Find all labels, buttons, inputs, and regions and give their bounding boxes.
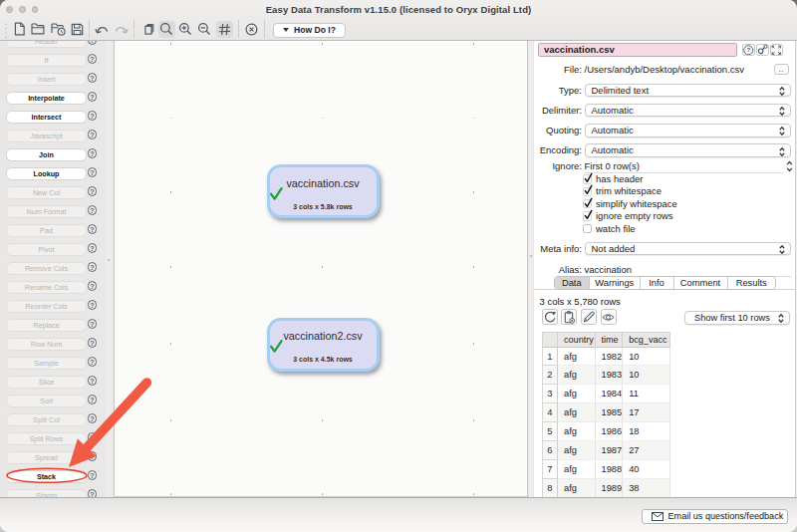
- transform-help-icon[interactable]: ?: [88, 186, 98, 196]
- transform-button-sort[interactable]: Sort: [6, 395, 87, 407]
- transform-help-icon[interactable]: ?: [88, 130, 98, 139]
- cancel-button[interactable]: [243, 21, 260, 38]
- ignore-value[interactable]: First 0 row(s): [585, 159, 640, 173]
- transform-help-icon[interactable]: ?: [88, 489, 98, 497]
- transform-button-stack[interactable]: Stack: [6, 470, 87, 483]
- transform-help-icon[interactable]: ?: [88, 224, 98, 234]
- transform-help-icon[interactable]: ?: [88, 413, 98, 423]
- tab-comment[interactable]: Comment: [674, 277, 728, 289]
- node-vaccination2-csv[interactable]: vaccination2.csv 3 cols x 4.5k rows: [267, 318, 380, 372]
- encoding-select[interactable]: Automatic: [585, 143, 792, 157]
- table-row[interactable]: 5afg198618: [542, 422, 669, 441]
- meta-info-select[interactable]: Not added: [585, 242, 792, 256]
- grid-button[interactable]: [216, 21, 233, 38]
- duplicate-button[interactable]: [139, 21, 156, 38]
- ignore-stepper[interactable]: [786, 160, 793, 172]
- transform-help-icon[interactable]: ?: [88, 111, 98, 121]
- column-header[interactable]: bcg_vacc: [623, 332, 670, 347]
- table-row[interactable]: 8afg198938: [542, 478, 669, 497]
- browse-file-button[interactable]: ..: [774, 64, 789, 76]
- zoom-in-button[interactable]: [176, 21, 193, 38]
- zoom-fit-button[interactable]: [158, 21, 175, 38]
- transform-button-interpolate[interactable]: Interpolate: [6, 92, 87, 105]
- help-button[interactable]: ?: [742, 44, 755, 57]
- transform-help-icon[interactable]: ?: [88, 281, 98, 291]
- transform-help-icon[interactable]: ?: [88, 432, 98, 442]
- expand-panel-button[interactable]: [770, 44, 783, 57]
- transform-button-spread[interactable]: Spread: [6, 451, 87, 464]
- refresh-button[interactable]: [542, 309, 558, 325]
- tab-info[interactable]: Info: [641, 277, 674, 289]
- table-row[interactable]: 7afg198840: [542, 459, 669, 478]
- tab-warnings[interactable]: Warnings: [590, 277, 641, 289]
- link-node-button[interactable]: [756, 44, 769, 57]
- transform-button-join[interactable]: Join: [6, 148, 87, 161]
- transform-help-icon[interactable]: ?: [88, 376, 98, 386]
- copy-table-button[interactable]: [561, 309, 577, 325]
- data-table[interactable]: countrytimebcg_vacc 1afg1982102afg198310…: [542, 332, 670, 498]
- transform-help-icon[interactable]: ?: [88, 205, 98, 215]
- transform-button-num-format[interactable]: Num Format: [6, 205, 87, 218]
- transform-help-icon[interactable]: ?: [88, 41, 98, 45]
- recent-files-button[interactable]: [50, 21, 67, 38]
- preview-table-button[interactable]: [601, 309, 617, 325]
- transform-button-stamp[interactable]: Stamp: [6, 489, 87, 497]
- delimiter-select[interactable]: Automatic: [585, 104, 792, 118]
- transform-button-intersect[interactable]: Intersect: [6, 111, 87, 124]
- transform-button-header[interactable]: Header: [6, 41, 87, 48]
- transform-help-icon[interactable]: ?: [88, 319, 98, 329]
- checkbox[interactable]: [583, 224, 592, 233]
- transform-button-insert[interactable]: Insert: [6, 73, 87, 86]
- transform-button-javascript[interactable]: Javascript: [6, 130, 87, 142]
- transform-button-if[interactable]: If: [6, 54, 87, 67]
- transform-button-rename-cols[interactable]: Rename Cols: [6, 281, 87, 294]
- transform-help-icon[interactable]: ?: [88, 92, 98, 102]
- redo-button[interactable]: [113, 21, 130, 38]
- column-header[interactable]: time: [595, 332, 623, 347]
- sidebar-splitter[interactable]: [104, 41, 114, 497]
- transform-button-sample[interactable]: Sample: [6, 357, 87, 370]
- quoting-select[interactable]: Automatic: [585, 124, 792, 137]
- item-name-field[interactable]: [538, 43, 737, 57]
- transform-button-split-col[interactable]: Split Col: [6, 413, 87, 426]
- table-row[interactable]: 4afg198517: [542, 403, 669, 422]
- how-do-i-button[interactable]: How Do I?: [273, 23, 346, 38]
- transform-button-new-col[interactable]: New Col: [6, 186, 87, 199]
- save-button[interactable]: [69, 21, 86, 38]
- transform-button-row-num[interactable]: Row Num: [6, 338, 87, 351]
- transform-help-icon[interactable]: ?: [88, 338, 98, 348]
- show-rows-select[interactable]: Show first 10 rows: [684, 311, 790, 325]
- tab-data[interactable]: Data: [555, 277, 591, 289]
- transform-help-icon[interactable]: ?: [88, 262, 98, 272]
- toolbar-drag-handle[interactable]: [5, 22, 7, 38]
- transform-help-icon[interactable]: ?: [88, 243, 98, 253]
- transform-help-icon[interactable]: ?: [88, 300, 98, 310]
- alias-value[interactable]: vaccination: [585, 263, 633, 277]
- type-select[interactable]: Delimited text: [585, 84, 792, 98]
- transform-help-icon[interactable]: ?: [88, 470, 98, 480]
- table-row[interactable]: 2afg198310: [542, 366, 669, 385]
- table-row[interactable]: 6afg198727: [542, 441, 669, 460]
- email-feedback-button[interactable]: Email us questions/feedback: [642, 509, 788, 524]
- column-header[interactable]: [542, 332, 558, 347]
- transform-help-icon[interactable]: ?: [88, 357, 98, 367]
- transform-button-reorder-cols[interactable]: Reorder Cols: [6, 300, 87, 313]
- column-header[interactable]: country: [558, 332, 596, 347]
- transform-help-icon[interactable]: ?: [88, 73, 98, 83]
- new-file-button[interactable]: [11, 21, 28, 38]
- transform-button-remove-cols[interactable]: Remove Cols: [6, 262, 87, 275]
- open-folder-button[interactable]: [30, 21, 47, 38]
- table-row[interactable]: 1afg198210: [542, 347, 669, 366]
- transform-button-pivot[interactable]: Pivot: [6, 243, 87, 256]
- transform-button-split-rows[interactable]: Split Rows: [6, 432, 87, 445]
- table-row[interactable]: 3afg198411: [542, 385, 669, 403]
- transform-help-icon[interactable]: ?: [88, 148, 98, 158]
- transform-button-lookup[interactable]: Lookup: [6, 167, 87, 180]
- undo-button[interactable]: [94, 21, 111, 38]
- tab-results[interactable]: Results: [728, 277, 776, 289]
- transform-help-icon[interactable]: ?: [88, 167, 98, 177]
- node-vaccination-csv[interactable]: vaccination.csv 3 cols x 5.8k rows: [267, 164, 380, 218]
- workflow-canvas[interactable]: vaccination.csv 3 cols x 5.8k rows vacci…: [114, 41, 528, 497]
- transform-button-replace[interactable]: Replace: [6, 319, 87, 332]
- zoom-out-button[interactable]: [196, 21, 213, 38]
